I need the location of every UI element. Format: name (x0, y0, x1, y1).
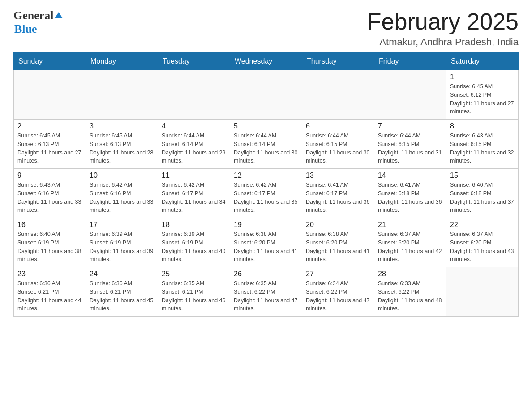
day-number: 24 (90, 270, 154, 278)
calendar-cell (446, 267, 519, 317)
calendar-cell: 22Sunrise: 6:37 AMSunset: 6:20 PMDayligh… (446, 218, 519, 267)
calendar-cell: 9Sunrise: 6:43 AMSunset: 6:16 PMDaylight… (14, 169, 86, 218)
day-number: 19 (234, 221, 298, 229)
day-number: 2 (17, 122, 82, 130)
day-number: 25 (162, 270, 226, 278)
day-number: 7 (378, 122, 442, 130)
calendar-week-row: 16Sunrise: 6:40 AMSunset: 6:19 PMDayligh… (14, 218, 519, 267)
day-info: Sunrise: 6:45 AMSunset: 6:13 PMDaylight:… (17, 132, 82, 165)
calendar-cell: 12Sunrise: 6:42 AMSunset: 6:17 PMDayligh… (230, 169, 302, 218)
day-info: Sunrise: 6:41 AMSunset: 6:17 PMDaylight:… (306, 181, 370, 214)
calendar-cell: 13Sunrise: 6:41 AMSunset: 6:17 PMDayligh… (302, 169, 374, 218)
day-number: 1 (450, 73, 515, 81)
day-info: Sunrise: 6:42 AMSunset: 6:16 PMDaylight:… (90, 181, 154, 214)
day-info: Sunrise: 6:39 AMSunset: 6:19 PMDaylight:… (90, 230, 154, 264)
title-section: February 2025 Atmakur, Andhra Pradesh, I… (367, 9, 519, 48)
day-info: Sunrise: 6:36 AMSunset: 6:21 PMDaylight:… (17, 279, 82, 313)
day-number: 3 (90, 122, 154, 130)
day-number: 4 (162, 122, 226, 130)
day-info: Sunrise: 6:39 AMSunset: 6:19 PMDaylight:… (162, 230, 226, 264)
logo: General Blue (13, 9, 63, 36)
day-number: 26 (234, 270, 298, 278)
day-number: 16 (17, 221, 82, 229)
day-number: 28 (378, 270, 442, 278)
day-info: Sunrise: 6:43 AMSunset: 6:15 PMDaylight:… (450, 132, 515, 165)
day-number: 23 (17, 270, 82, 278)
calendar-cell: 6Sunrise: 6:44 AMSunset: 6:15 PMDaylight… (302, 120, 374, 169)
day-info: Sunrise: 6:37 AMSunset: 6:20 PMDaylight:… (378, 230, 442, 264)
calendar-cell: 17Sunrise: 6:39 AMSunset: 6:19 PMDayligh… (86, 218, 158, 267)
calendar-cell: 20Sunrise: 6:38 AMSunset: 6:20 PMDayligh… (302, 218, 374, 267)
calendar-cell: 18Sunrise: 6:39 AMSunset: 6:19 PMDayligh… (158, 218, 230, 267)
calendar-cell: 15Sunrise: 6:40 AMSunset: 6:18 PMDayligh… (446, 169, 519, 218)
calendar-week-row: 9Sunrise: 6:43 AMSunset: 6:16 PMDaylight… (14, 169, 519, 218)
day-number: 10 (90, 171, 154, 180)
day-number: 11 (162, 171, 226, 180)
day-info: Sunrise: 6:42 AMSunset: 6:17 PMDaylight:… (234, 181, 298, 214)
calendar-table: SundayMondayTuesdayWednesdayThursdayFrid… (13, 52, 519, 317)
day-number: 6 (306, 122, 370, 130)
calendar-week-row: 23Sunrise: 6:36 AMSunset: 6:21 PMDayligh… (14, 267, 519, 317)
day-info: Sunrise: 6:40 AMSunset: 6:19 PMDaylight:… (17, 230, 82, 264)
calendar-cell: 7Sunrise: 6:44 AMSunset: 6:15 PMDaylight… (374, 120, 446, 169)
day-number: 12 (234, 171, 298, 180)
calendar-subtitle: Atmakur, Andhra Pradesh, India (367, 36, 519, 48)
calendar-title: February 2025 (367, 9, 519, 34)
calendar-cell: 4Sunrise: 6:44 AMSunset: 6:14 PMDaylight… (158, 120, 230, 169)
day-info: Sunrise: 6:38 AMSunset: 6:20 PMDaylight:… (306, 230, 370, 264)
weekday-header-row: SundayMondayTuesdayWednesdayThursdayFrid… (14, 53, 519, 70)
calendar-cell: 25Sunrise: 6:35 AMSunset: 6:21 PMDayligh… (158, 267, 230, 317)
day-number: 17 (90, 221, 154, 229)
calendar-cell (230, 70, 302, 120)
logo-blue-text: Blue (14, 22, 37, 35)
day-info: Sunrise: 6:37 AMSunset: 6:20 PMDaylight:… (450, 230, 515, 264)
calendar-cell: 8Sunrise: 6:43 AMSunset: 6:15 PMDaylight… (446, 120, 519, 169)
calendar-cell: 23Sunrise: 6:36 AMSunset: 6:21 PMDayligh… (14, 267, 86, 317)
weekday-header: Friday (374, 53, 446, 70)
day-info: Sunrise: 6:42 AMSunset: 6:17 PMDaylight:… (162, 181, 226, 214)
calendar-cell: 26Sunrise: 6:35 AMSunset: 6:22 PMDayligh… (230, 267, 302, 317)
calendar-cell (86, 70, 158, 120)
calendar-cell: 10Sunrise: 6:42 AMSunset: 6:16 PMDayligh… (86, 169, 158, 218)
weekday-header: Tuesday (158, 53, 230, 70)
day-info: Sunrise: 6:33 AMSunset: 6:22 PMDaylight:… (378, 279, 442, 313)
calendar-cell: 16Sunrise: 6:40 AMSunset: 6:19 PMDayligh… (14, 218, 86, 267)
calendar-week-row: 2Sunrise: 6:45 AMSunset: 6:13 PMDaylight… (14, 120, 519, 169)
day-info: Sunrise: 6:34 AMSunset: 6:22 PMDaylight:… (306, 279, 370, 313)
day-number: 20 (306, 221, 370, 229)
logo-triangle-icon (55, 10, 63, 18)
day-number: 18 (162, 221, 226, 229)
calendar-cell: 1Sunrise: 6:45 AMSunset: 6:12 PMDaylight… (446, 70, 519, 120)
calendar-cell: 3Sunrise: 6:45 AMSunset: 6:13 PMDaylight… (86, 120, 158, 169)
calendar-cell: 2Sunrise: 6:45 AMSunset: 6:13 PMDaylight… (14, 120, 86, 169)
weekday-header: Saturday (446, 53, 519, 70)
day-info: Sunrise: 6:45 AMSunset: 6:12 PMDaylight:… (450, 82, 515, 116)
day-info: Sunrise: 6:44 AMSunset: 6:15 PMDaylight:… (378, 132, 442, 165)
calendar-cell: 28Sunrise: 6:33 AMSunset: 6:22 PMDayligh… (374, 267, 446, 317)
day-info: Sunrise: 6:40 AMSunset: 6:18 PMDaylight:… (450, 181, 515, 214)
calendar-cell (14, 70, 86, 120)
day-number: 8 (450, 122, 515, 130)
page-header: General Blue February 2025 Atmakur, Andh… (13, 9, 519, 48)
day-number: 15 (450, 171, 515, 180)
day-info: Sunrise: 6:43 AMSunset: 6:16 PMDaylight:… (17, 181, 82, 214)
calendar-cell (374, 70, 446, 120)
day-info: Sunrise: 6:41 AMSunset: 6:18 PMDaylight:… (378, 181, 442, 214)
day-number: 9 (17, 171, 82, 180)
day-info: Sunrise: 6:44 AMSunset: 6:14 PMDaylight:… (234, 132, 298, 165)
day-number: 5 (234, 122, 298, 130)
calendar-cell: 14Sunrise: 6:41 AMSunset: 6:18 PMDayligh… (374, 169, 446, 218)
day-number: 27 (306, 270, 370, 278)
day-info: Sunrise: 6:35 AMSunset: 6:21 PMDaylight:… (162, 279, 226, 313)
calendar-cell: 24Sunrise: 6:36 AMSunset: 6:21 PMDayligh… (86, 267, 158, 317)
calendar-cell: 21Sunrise: 6:37 AMSunset: 6:20 PMDayligh… (374, 218, 446, 267)
calendar-cell: 27Sunrise: 6:34 AMSunset: 6:22 PMDayligh… (302, 267, 374, 317)
day-info: Sunrise: 6:44 AMSunset: 6:14 PMDaylight:… (162, 132, 226, 165)
weekday-header: Thursday (302, 53, 374, 70)
weekday-header: Sunday (14, 53, 86, 70)
logo-general-text: General (13, 9, 54, 22)
weekday-header: Monday (86, 53, 158, 70)
day-info: Sunrise: 6:45 AMSunset: 6:13 PMDaylight:… (90, 132, 154, 165)
day-number: 14 (378, 171, 442, 180)
weekday-header: Wednesday (230, 53, 302, 70)
